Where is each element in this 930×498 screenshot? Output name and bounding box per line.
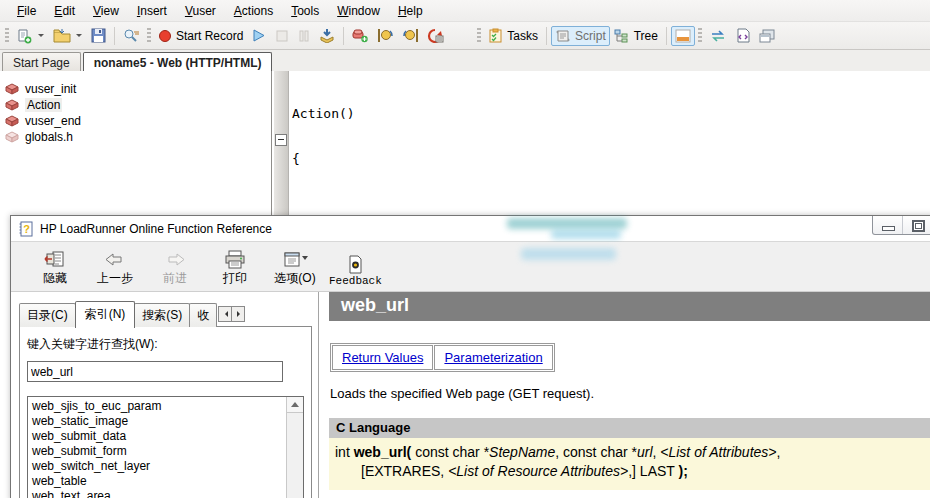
- code-line: {: [292, 151, 571, 166]
- find-button[interactable]: [119, 25, 144, 46]
- index-results-list[interactable]: web_sjis_to_euc_param web_static_image w…: [27, 396, 304, 498]
- print-icon: [223, 250, 247, 269]
- show-next-snapshot-button[interactable]: [398, 25, 423, 46]
- menu-edit[interactable]: Edit: [45, 1, 84, 21]
- new-action-button[interactable]: [348, 25, 373, 46]
- split-view-icon: [675, 29, 691, 43]
- menu-file[interactable]: File: [8, 1, 45, 21]
- tree-item-vuser-init[interactable]: vuser_init: [0, 81, 271, 97]
- save-button[interactable]: [87, 25, 110, 46]
- stop-button[interactable]: [271, 26, 293, 46]
- tasks-button[interactable]: Tasks: [484, 25, 542, 46]
- forward-arrow-icon: [163, 250, 187, 269]
- hide-button[interactable]: 隐藏: [25, 249, 85, 288]
- tab-contents[interactable]: 目录(C): [19, 303, 76, 327]
- tree-item-globals[interactable]: globals.h: [0, 129, 271, 145]
- menu-insert[interactable]: Insert: [128, 1, 176, 21]
- menu-view[interactable]: View: [84, 1, 128, 21]
- feedback-button[interactable]: Feedback: [325, 254, 386, 288]
- svg-text:?: ?: [23, 223, 30, 235]
- runtime-settings-button[interactable]: [423, 25, 448, 46]
- hide-label: 隐藏: [43, 270, 67, 287]
- tab-index[interactable]: 索引(N): [75, 301, 136, 328]
- tab-script[interactable]: noname5 - Web (HTTP/HTML): [83, 52, 273, 73]
- glass-blur-artifact: [521, 248, 616, 260]
- start-record-label: Start Record: [176, 29, 243, 43]
- topic-description: Loads the specified Web page (GET reques…: [330, 386, 930, 401]
- tab-scroll-left-button[interactable]: [219, 307, 231, 321]
- tab-scroll-right-button[interactable]: [231, 307, 244, 321]
- compile-button[interactable]: [315, 25, 339, 46]
- toolbar-grip: [477, 28, 481, 44]
- menu-actions[interactable]: Actions: [225, 1, 282, 21]
- toolbar-grip: [147, 28, 151, 44]
- script-view-label: Script: [575, 29, 606, 43]
- options-button[interactable]: 选项(O): [265, 249, 325, 288]
- list-scrollbar[interactable]: [286, 397, 303, 498]
- feedback-label: Feedback: [329, 275, 382, 287]
- help-book-icon: ?: [18, 221, 34, 237]
- document-tabstrip: Start Page noname5 - Web (HTTP/HTML): [0, 50, 930, 73]
- menu-vuser[interactable]: Vuser: [176, 1, 225, 21]
- script-view-button[interactable]: Script: [551, 26, 610, 46]
- show-prev-snapshot-button[interactable]: [373, 25, 398, 46]
- prev-snapshot-icon: [377, 28, 394, 43]
- sync-button[interactable]: [705, 26, 731, 46]
- glass-blur-artifact: [551, 230, 621, 239]
- print-button[interactable]: 打印: [205, 249, 265, 288]
- signature-line-1: int web_url( const char *StepName, const…: [335, 443, 929, 462]
- tree-item-vuser-end[interactable]: vuser_end: [0, 113, 271, 129]
- list-item[interactable]: web_text_area: [32, 489, 285, 498]
- pause-button[interactable]: [293, 26, 315, 46]
- snapshot-button[interactable]: [731, 25, 755, 46]
- tasks-label: Tasks: [507, 29, 538, 43]
- menu-help[interactable]: Help: [389, 1, 432, 21]
- new-script-button[interactable]: [12, 25, 49, 47]
- menu-tools[interactable]: Tools: [282, 1, 328, 21]
- tree-view-button[interactable]: Tree: [610, 26, 662, 46]
- tree-item-action[interactable]: Action: [0, 97, 271, 113]
- list-item[interactable]: web_sjis_to_euc_param: [32, 399, 285, 414]
- help-titlebar[interactable]: ? HP LoadRunner Online Function Referenc…: [11, 216, 930, 242]
- record-icon: [158, 29, 172, 43]
- list-item[interactable]: web_submit_data: [32, 429, 285, 444]
- new-script-dropdown[interactable]: [38, 34, 44, 40]
- return-values-link[interactable]: Return Values: [342, 350, 423, 365]
- help-window-title: HP LoadRunner Online Function Reference: [40, 222, 272, 236]
- options-icon: [281, 250, 309, 269]
- maximize-button[interactable]: [902, 216, 930, 234]
- run-button[interactable]: [247, 25, 271, 46]
- split-view-button[interactable]: [671, 26, 695, 46]
- find-icon: [123, 28, 140, 43]
- tree-item-label: Action: [25, 98, 62, 112]
- toolbar-grip: [698, 28, 702, 44]
- back-arrow-icon: [103, 250, 127, 269]
- list-item[interactable]: web_switch_net_layer: [32, 459, 285, 474]
- tab-start-page[interactable]: Start Page: [2, 52, 81, 72]
- print-label: 打印: [223, 270, 247, 287]
- open-dropdown[interactable]: [76, 34, 82, 40]
- forward-button[interactable]: 前进: [145, 249, 205, 288]
- open-button[interactable]: [49, 25, 87, 46]
- tab-search[interactable]: 搜索(S): [134, 303, 190, 327]
- keyword-input[interactable]: [27, 361, 283, 382]
- tab-scroll-buttons: [218, 306, 245, 322]
- index-tab-page: 键入关键字进行查找(W): web_sjis_to_euc_param web_…: [19, 326, 312, 498]
- scroll-up-button[interactable]: [287, 397, 303, 413]
- list-item[interactable]: web_static_image: [32, 414, 285, 429]
- list-item[interactable]: web_submit_form: [32, 444, 285, 459]
- list-item[interactable]: web_table: [32, 474, 285, 489]
- function-signature: int web_url( const char *StepName, const…: [329, 438, 930, 490]
- menu-window[interactable]: Window: [328, 1, 389, 21]
- snapshot-page-icon: [735, 28, 751, 43]
- parameterization-link[interactable]: Parameterization: [444, 350, 542, 365]
- back-button[interactable]: 上一步: [85, 249, 145, 288]
- help-body: 目录(C) 索引(N) 搜索(S) 收 键入关键字进行查找(W): web_sj…: [11, 292, 930, 498]
- fold-collapse-icon[interactable]: [275, 134, 287, 146]
- thumbnail-view-button[interactable]: [755, 26, 779, 46]
- minimize-button[interactable]: [873, 216, 902, 234]
- tab-favorites[interactable]: 收: [189, 303, 217, 327]
- start-record-button[interactable]: Start Record: [154, 26, 247, 46]
- open-folder-icon: [53, 28, 71, 43]
- save-icon: [91, 28, 106, 43]
